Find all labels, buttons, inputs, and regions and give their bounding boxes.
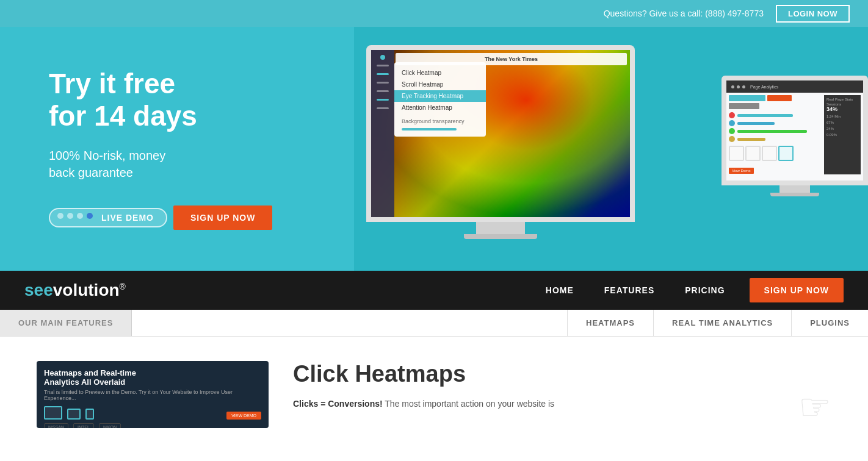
hero-signup-button[interactable]: SIGN UP NOW [173,205,272,230]
monitor2-frame: Page Analytics [722,76,868,185]
login-button[interactable]: LOGIN NOW [776,5,850,23]
device-tablet [67,409,81,420]
nav-bar: seevolution® HOME FEATURES PRICING SIGN … [0,271,868,310]
monitor2-stand [779,185,810,193]
hero-title: Try it freefor 14 days [49,68,317,132]
nav-links: HOME FEATURES PRICING [546,285,725,295]
section-desc: Clicks = Conversions! The most important… [293,397,774,410]
device-phone [85,409,94,420]
heatmap-menu: Click Heatmap Scroll Heatmap Eye Trackin… [394,62,486,137]
logo-brand2: INTEL [73,423,94,428]
top-bar: Questions? Give us a call: (888) 497-877… [0,0,868,27]
main-monitor: The New York Times Click Heatmap [366,45,635,239]
dot-3[interactable] [77,213,83,219]
logo-reg: ® [120,282,126,291]
tab-items: HEATMAPS REAL TIME ANALYTICS PLUGINS [567,310,868,336]
dot-2[interactable] [67,213,73,219]
section-desc-strong: Clicks = Conversions! [293,399,383,409]
logo-volution: volution [53,281,120,299]
analytics-stats-panel: Real Page Stats Sessions 34% 1:24 Min 67… [824,95,861,174]
content-area: Heatmaps and Real-timeAnalytics All Over… [0,337,868,452]
analytics-header: Page Analytics [726,80,863,93]
hero-left: Try it freefor 14 days 100% No-risk, mon… [0,27,354,271]
preview-logos: NISSAN INTEL NIKON [44,423,261,428]
monitor-sidebar [371,50,394,217]
dot-1[interactable] [57,213,63,219]
monitor-frame: The New York Times Click Heatmap [366,45,635,222]
view-demo-btn[interactable]: VIEW DEMO [226,412,261,420]
monitor-screen: The New York Times Click Heatmap [371,50,630,217]
preview-box: Heatmaps and Real-timeAnalytics All Over… [37,361,269,428]
logo-nissan: NISSAN [44,423,68,428]
preview-subtitle: Trial is limited to Preview in the Demo.… [44,389,261,401]
click-heatmap-item[interactable]: Click Heatmap [394,67,486,79]
monitor2-screen: Page Analytics [726,80,863,180]
analytics-content: View Demo Real Page Stats Sessions 34% 1… [726,93,863,177]
analytics-left-panel: View Demo [729,95,822,174]
nav-signup-button[interactable]: SIGN UP NOW [750,278,844,302]
eye-tracking-item[interactable]: Eye Tracking Heatmap [394,90,486,102]
section-title: Click Heatmaps [293,361,774,387]
tab-real-time-analytics[interactable]: REAL TIME ANALYTICS [653,310,791,336]
tab-plugins[interactable]: PLUGINS [791,310,868,336]
nav-home[interactable]: HOME [546,285,574,295]
attention-heatmap-item[interactable]: Attention Heatmap [394,102,486,113]
secondary-monitor: Page Analytics [722,76,868,196]
live-demo-button[interactable]: LIVE DEMO [96,213,159,223]
features-tabs: OUR MAIN FEATURES HEATMAPS REAL TIME ANA… [0,310,868,337]
monitor-base [464,234,537,239]
logo-brand3: NIKON [99,423,121,428]
section-desc-text: The most important action on your websit… [385,399,554,409]
preview-title: Heatmaps and Real-timeAnalytics All Over… [44,368,261,387]
hero-section: Try it freefor 14 days 100% No-risk, mon… [0,27,868,271]
hero-subtitle: 100% No-risk, moneyback guarantee [49,147,317,181]
cursor-icon: ☞ [798,385,831,428]
features-section-label: OUR MAIN FEATURES [0,310,132,336]
hero-cta: LIVE DEMO SIGN UP NOW [49,205,317,230]
dot-4-active[interactable] [87,213,93,219]
device-laptop [44,406,62,420]
scroll-heatmap-item[interactable]: Scroll Heatmap [394,79,486,90]
content-right: Click Heatmaps Clicks = Conversions! The… [293,361,774,428]
cursor-area: ☞ [798,385,831,428]
carousel-dots[interactable]: LIVE DEMO [49,208,167,227]
logo-see: see [24,281,53,299]
preview-content: Heatmaps and Real-timeAnalytics All Over… [37,361,269,428]
tab-heatmaps[interactable]: HEATMAPS [567,310,653,336]
preview-devices: VIEW DEMO [44,406,261,420]
nav-features[interactable]: FEATURES [604,285,654,295]
content-left: Heatmaps and Real-timeAnalytics All Over… [37,361,269,428]
hero-right: The New York Times Click Heatmap [354,27,868,271]
phone-text: Questions? Give us a call: (888) 497-877… [604,9,764,18]
logo: seevolution® [24,281,126,300]
nav-pricing[interactable]: PRICING [685,285,725,295]
monitor2-base [770,193,819,196]
monitor-stand [476,222,525,234]
